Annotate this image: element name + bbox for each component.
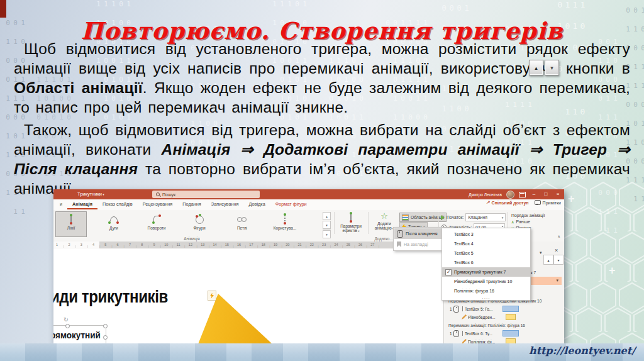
ribbon-tab[interactable]: Формат фігури — [270, 199, 312, 209]
motion-path-icon — [108, 213, 119, 225]
move-up-button[interactable] — [529, 60, 543, 75]
motion-path-icon — [65, 213, 77, 225]
checkmark-icon — [445, 260, 452, 266]
motion-path-icon — [236, 213, 248, 225]
ruler-number: 16 — [233, 242, 245, 248]
selection-handle[interactable] — [103, 324, 108, 328]
avatar[interactable] — [506, 191, 514, 199]
title-bar: Трикутники Пошук Дмитро Леонтьєв – □ × — [53, 189, 564, 199]
pane-close-icon[interactable] — [555, 243, 558, 255]
collapse-ribbon-icon[interactable] — [558, 229, 560, 240]
ruler-number: 27 — [367, 242, 379, 248]
pane-move-down-button[interactable] — [553, 255, 564, 265]
ribbon-tab[interactable]: Подання — [177, 199, 206, 209]
group-separator — [368, 212, 369, 234]
checkmark-icon — [445, 288, 452, 294]
animation-item-row[interactable]: 1 TextBox 5: Го... — [450, 305, 563, 313]
minimize-button[interactable]: – — [530, 189, 538, 199]
timing-bar[interactable] — [502, 330, 519, 336]
slide-heading[interactable]: иди трикутників — [53, 287, 168, 307]
animation-item-row[interactable]: Рівнобедрен... — [450, 313, 563, 321]
trigger-submenu-item[interactable]: Полілінія: фігура 16 — [442, 286, 530, 296]
start-icon — [441, 215, 445, 220]
share-button[interactable]: Спільний доступ — [486, 200, 529, 205]
trigger-submenu-item[interactable]: TextBox 5 — [442, 248, 530, 258]
ruler-number: 4 — [87, 242, 99, 248]
trigger-submenu-item[interactable]: Рівнобедрений трикутник 10 — [442, 277, 530, 286]
ruler-number: 13 — [197, 242, 209, 248]
corner-accent — [0, 0, 6, 18]
timing-bar[interactable] — [502, 306, 519, 312]
trigger-submenu: TextBox 3 TextBox 4 TextBox 5 Te — [441, 228, 531, 301]
rotate-handle[interactable] — [64, 316, 69, 323]
ruler-number: 12 — [184, 242, 196, 248]
pane-move-up-button[interactable] — [543, 255, 553, 265]
start-select[interactable]: Клацання — [465, 213, 506, 221]
trigger-submenu-item[interactable]: TextBox 4 — [442, 239, 530, 248]
reorder-label: Порядок анімації — [511, 213, 545, 218]
gallery-more-icon[interactable] — [323, 230, 331, 238]
ruler-number: 25 — [342, 242, 354, 248]
document-title[interactable]: Трикутники — [77, 189, 104, 199]
comments-button[interactable]: Примітки — [535, 200, 561, 205]
ribbon-tab[interactable]: Показ слайдів — [97, 199, 138, 209]
ruler-number: 14 — [209, 242, 221, 248]
sequence-divider — [462, 331, 463, 336]
motion-path-icon — [279, 213, 291, 225]
ruler-number: 2 — [63, 242, 75, 248]
ribbon-tab[interactable]: и — [55, 199, 67, 209]
trigger-submenu-item[interactable]: TextBox 6 — [442, 258, 530, 267]
animation-gallery-item[interactable]: Повороти — [142, 212, 172, 236]
move-earlier-button[interactable]: Раніше — [511, 219, 545, 224]
search-box[interactable]: Пошук — [152, 191, 260, 198]
ruler-number: 3 — [75, 242, 87, 248]
ruler-number: 24 — [330, 242, 342, 248]
group-label-animation: Анімація — [148, 236, 236, 241]
timing-bar[interactable] — [506, 314, 516, 320]
animation-gallery-item[interactable]: Фігури — [184, 212, 214, 236]
ruler-number: 15 — [221, 242, 233, 248]
slide-root: 1 0 0 1 1 0 1 0 0 1 1 0 1 0 1 1 0 0 1 0 … — [0, 0, 644, 361]
ruler-number: 5 — [99, 242, 111, 248]
titlebar-right: Дмитро Леонтьєв – □ × — [469, 189, 562, 199]
ribbon-tab[interactable]: Анімація — [67, 199, 97, 209]
move-down-button[interactable] — [545, 60, 559, 75]
animation-gallery-item[interactable]: Лінії — [56, 212, 86, 236]
ribbon-tab[interactable]: Записування — [206, 199, 244, 209]
effect-options-icon — [345, 211, 357, 223]
ruler-number: 9 — [148, 242, 160, 248]
paragraph-2: Також, щоб відмовитися від тригера, можн… — [14, 120, 630, 198]
gallery-scroll-up-icon[interactable] — [323, 212, 331, 220]
paragraph-1-bold: Області анімації — [14, 79, 143, 96]
pane-dropdown-icon[interactable] — [540, 245, 542, 257]
selection-handle[interactable] — [103, 335, 108, 340]
motion-path-icon — [194, 213, 205, 225]
ruler-number: 19 — [269, 242, 281, 248]
ribbon-tab[interactable]: Рецензування — [138, 199, 178, 209]
checkmark-icon — [445, 241, 452, 247]
animation-gallery-item[interactable]: Користува... — [270, 212, 300, 236]
orange-triangle[interactable] — [198, 294, 272, 344]
trigger-submenu-item[interactable]: Прямокутний трикутник 7 — [442, 267, 530, 277]
gallery-scroll-down-icon[interactable] — [323, 221, 331, 229]
submenu-more-dots — [442, 296, 530, 299]
animation-item-row[interactable]: 1 TextBox 6: Ту... — [450, 330, 563, 337]
ribbon-tab[interactable]: Довідка — [243, 199, 270, 209]
effect-icon — [453, 306, 459, 313]
ruler-number: 23 — [318, 242, 330, 248]
trigger-lightning-icon — [208, 291, 216, 301]
ribbon-display-icon[interactable] — [519, 192, 526, 197]
menu-item-icon — [397, 230, 403, 238]
effect-options-button[interactable]: Параметри ефектів — [335, 211, 367, 233]
trigger-submenu-item[interactable]: TextBox 3 — [442, 230, 530, 239]
animation-gallery-item[interactable]: Дуги — [99, 212, 129, 236]
checkmark-icon — [445, 279, 452, 285]
animation-pane-button[interactable]: Область анімації — [399, 213, 447, 222]
close-button[interactable]: × — [554, 189, 562, 199]
slide-caption[interactable]: рямокутний — [53, 330, 101, 340]
site-url[interactable]: http://leontyev.net/ — [529, 345, 635, 357]
selection-handle[interactable] — [65, 324, 70, 328]
gallery-scrollbar[interactable] — [323, 212, 331, 238]
animation-gallery-item[interactable]: Петлі — [227, 212, 257, 236]
restore-button[interactable]: □ — [542, 189, 550, 199]
